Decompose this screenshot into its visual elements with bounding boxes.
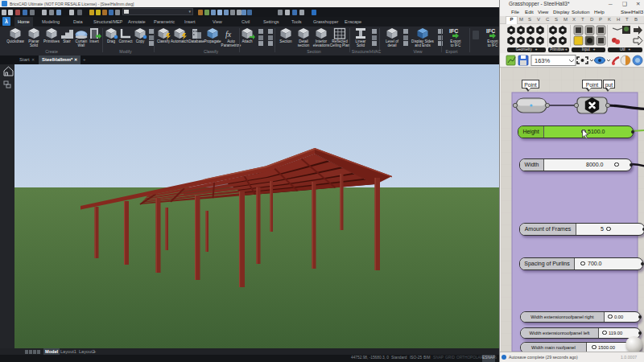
svg-text:IFC: IFC: [449, 28, 458, 34]
svg-text:163%: 163%: [535, 57, 551, 64]
svg-text:fx: fx: [225, 30, 232, 39]
svg-text:IFC: IFC: [486, 28, 495, 34]
